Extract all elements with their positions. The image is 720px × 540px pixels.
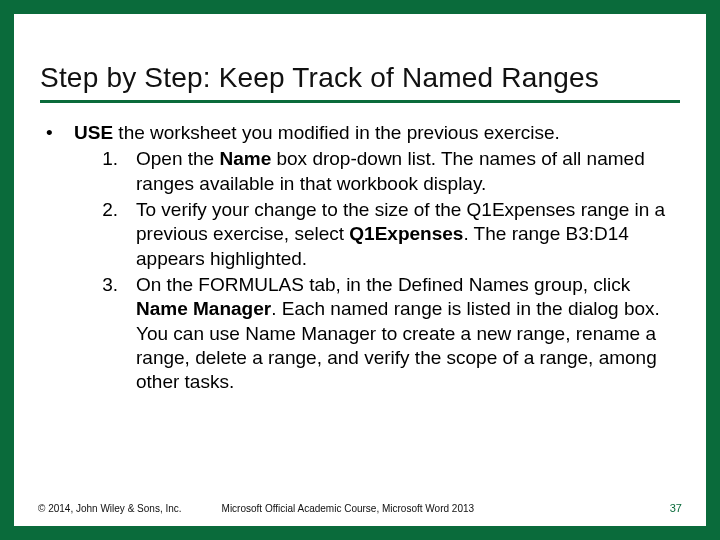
slide-body: • USE the worksheet you modified in the …: [40, 121, 680, 394]
lead-text: USE the worksheet you modified in the pr…: [74, 121, 680, 145]
step-number: 2.: [40, 198, 136, 271]
footer-page-number: 37: [670, 502, 682, 514]
footer-copyright: © 2014, John Wiley & Sons, Inc.: [38, 503, 182, 514]
step-3: 3. On the FORMULAS tab, in the Defined N…: [40, 273, 680, 395]
step-text-part: Open the: [136, 148, 219, 169]
step-text: To verify your change to the size of the…: [136, 198, 680, 271]
lead-rest: the worksheet you modified in the previo…: [113, 122, 560, 143]
step-number: 3.: [40, 273, 136, 395]
bullet-icon: •: [40, 121, 74, 145]
step-text: On the FORMULAS tab, in the Defined Name…: [136, 273, 680, 395]
step-text-bold: Q1Expenses: [349, 223, 463, 244]
step-text: Open the Name box drop-down list. The na…: [136, 147, 680, 196]
footer: © 2014, John Wiley & Sons, Inc. Microsof…: [38, 502, 682, 514]
slide-title: Step by Step: Keep Track of Named Ranges: [40, 62, 680, 94]
lead-line: • USE the worksheet you modified in the …: [40, 121, 680, 145]
step-2: 2. To verify your change to the size of …: [40, 198, 680, 271]
title-rule: [40, 100, 680, 103]
steps-list: 1. Open the Name box drop-down list. The…: [40, 147, 680, 394]
footer-course: Microsoft Official Academic Course, Micr…: [222, 503, 670, 514]
step-number: 1.: [40, 147, 136, 196]
step-1: 1. Open the Name box drop-down list. The…: [40, 147, 680, 196]
step-text-part: On the FORMULAS tab, in the Defined Name…: [136, 274, 630, 295]
slide: Step by Step: Keep Track of Named Ranges…: [0, 0, 720, 540]
step-text-bold: Name: [219, 148, 271, 169]
lead-bold: USE: [74, 122, 113, 143]
step-text-bold: Name Manager: [136, 298, 271, 319]
